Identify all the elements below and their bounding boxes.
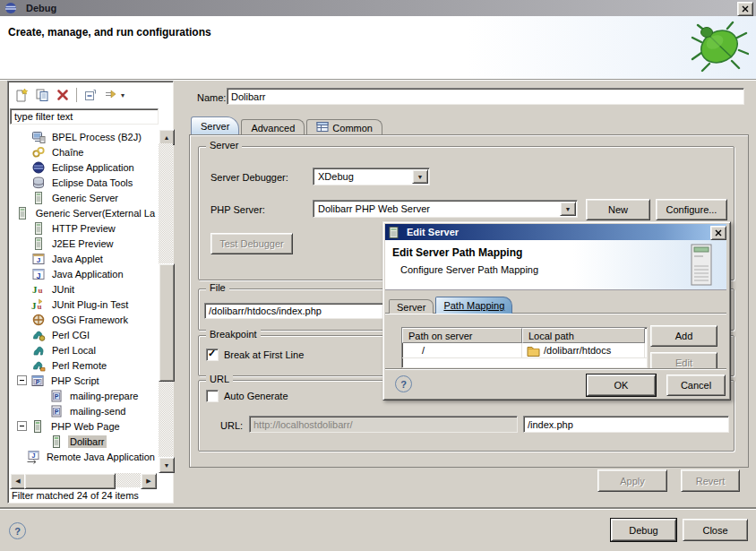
- collapse-expander-icon[interactable]: [17, 421, 27, 431]
- dropdown-arrow-icon[interactable]: ▾: [121, 91, 125, 99]
- tree-item-java-applet[interactable]: JJava Applet: [10, 251, 157, 266]
- tree-item-eclipse-application[interactable]: Eclipse Application: [10, 159, 157, 175]
- debug-button[interactable]: Debug: [611, 519, 676, 541]
- tree-item-label: Remote Java Application: [45, 451, 157, 463]
- java-icon: J: [31, 267, 46, 281]
- name-input[interactable]: [227, 88, 744, 105]
- tree-item-java-application[interactable]: JJava Application: [10, 266, 157, 281]
- checkbox-checked-icon[interactable]: [206, 349, 219, 361]
- tree-item-label: PHP Web Page: [49, 420, 122, 433]
- button-label: Debug: [629, 525, 657, 536]
- tree-item-eclipse-data-tools[interactable]: Eclipse Data Tools: [10, 175, 157, 190]
- tree-item-perl-local[interactable]: Perl Local: [10, 342, 157, 357]
- dialog-header: Edit Server Path Mapping Configure Serve…: [385, 240, 726, 290]
- button-label: New: [608, 204, 628, 215]
- breakpoint-group-legend: Breakpoint: [206, 329, 261, 340]
- tree-indent: [10, 365, 31, 366]
- add-mapping-button[interactable]: Add: [650, 325, 717, 347]
- close-button[interactable]: Close: [683, 519, 748, 541]
- eclipse-icon: [31, 160, 46, 175]
- eclipse-logo-icon: [4, 1, 18, 15]
- server-icon: [31, 237, 46, 251]
- column-header-path-on-server[interactable]: Path on server: [402, 328, 522, 343]
- combo-arrow-icon[interactable]: ▼: [560, 202, 576, 216]
- button-label: Apply: [620, 476, 645, 486]
- svg-text:J: J: [37, 256, 40, 264]
- tree-indent: [10, 380, 17, 381]
- collapse-expander-icon[interactable]: [17, 375, 27, 385]
- duplicate-configuration-button[interactable]: [33, 86, 51, 104]
- new-configuration-button[interactable]: [13, 86, 30, 104]
- tab-server[interactable]: Server: [191, 116, 239, 135]
- new-server-button[interactable]: New: [586, 199, 650, 220]
- arrow-right-icon: ▶: [146, 478, 150, 485]
- tree-item-perl-cgi[interactable]: Perl CGI: [10, 327, 157, 342]
- tree-item-php-web-page[interactable]: PHP Web Page: [10, 418, 157, 434]
- tree-vertical-scrollbar[interactable]: ▲ ▼: [159, 129, 173, 471]
- tree-item-mailing-prepare[interactable]: Pmailing-prepare: [10, 388, 157, 403]
- tree-item-cha-ne[interactable]: Chaîne: [10, 144, 157, 159]
- config-tree: BPEL Process (B2J)ChaîneEclipse Applicat…: [10, 129, 157, 471]
- tree-item-j2ee-preview[interactable]: J2EE Preview: [10, 236, 157, 251]
- tree-item-label: Eclipse Application: [50, 161, 136, 174]
- filter-input[interactable]: [10, 108, 159, 125]
- tree-item-dolibarr[interactable]: Dolibarr: [10, 434, 157, 449]
- dialog-close-button[interactable]: [710, 226, 726, 240]
- tab-advanced[interactable]: Advanced: [241, 119, 305, 135]
- window-close-button[interactable]: [737, 2, 753, 16]
- close-icon: [742, 4, 749, 14]
- local-path-cell: /dolibarr/htdocs: [522, 343, 645, 357]
- perl-icon: [31, 343, 46, 357]
- tree-item-generic-server-external-la[interactable]: Generic Server(External La: [10, 205, 157, 220]
- tree-item-perl-remote[interactable]: Perl Remote: [10, 357, 157, 373]
- tree-item-mailing-send[interactable]: Pmailing-send: [10, 403, 157, 418]
- php-server-select[interactable]: Dolibarr PHP Web Server ▼: [313, 200, 578, 218]
- tree-indent: [10, 304, 31, 305]
- tree-item-junit-plug-in-test[interactable]: JuJUnit Plug-in Test: [10, 297, 157, 312]
- tree-item-http-preview[interactable]: HTTP Preview: [10, 220, 157, 236]
- url-path-input[interactable]: [523, 416, 729, 433]
- server-debugger-select[interactable]: XDebug ▼: [313, 168, 430, 185]
- tree-item-osgi-framework[interactable]: OSGi Framework: [10, 312, 157, 327]
- path-mapping-row[interactable]: //dolibarr/htdocs: [402, 343, 647, 358]
- scroll-right-button[interactable]: ▶: [141, 473, 157, 489]
- tree-item-junit[interactable]: JuJUnit: [10, 281, 157, 297]
- combo-arrow-icon[interactable]: ▼: [412, 169, 428, 184]
- tree-item-label: Perl Local: [50, 344, 98, 357]
- help-button[interactable]: ?: [9, 522, 26, 539]
- tree-item-label: OSGi Framework: [50, 314, 130, 326]
- svg-text:J: J: [36, 271, 40, 280]
- url-input: [249, 416, 518, 433]
- perl-remote-icon: [31, 358, 46, 373]
- arrow-up-icon: ▲: [164, 134, 170, 141]
- filter-options-button[interactable]: [102, 86, 120, 104]
- tree-item-remote-java-application[interactable]: JRemote Java Application: [10, 449, 157, 464]
- page-title: Create, manage, and run configurations: [8, 26, 211, 39]
- tree-item-php-script[interactable]: PPHP Script: [10, 373, 157, 388]
- junit-icon: Ju: [31, 282, 46, 297]
- server-php-icon: [30, 419, 45, 434]
- scroll-thumb[interactable]: [159, 263, 175, 382]
- dialog-tab-path-mapping[interactable]: Path Mapping: [435, 297, 512, 314]
- configure-server-button[interactable]: Configure...: [656, 199, 727, 220]
- ok-button[interactable]: OK: [587, 375, 656, 396]
- tree-item-label: JUnit: [50, 283, 76, 296]
- tree-horizontal-scrollbar[interactable]: ◀ ▶: [10, 473, 157, 487]
- scroll-down-button[interactable]: ▼: [159, 457, 175, 473]
- tab-common[interactable]: Common: [306, 119, 382, 135]
- checkbox-unchecked-icon[interactable]: [206, 390, 219, 402]
- collapse-all-button[interactable]: [82, 86, 99, 104]
- tree-indent: [10, 334, 31, 335]
- delete-configuration-button[interactable]: [54, 86, 72, 104]
- dialog-tab-server[interactable]: Server: [389, 299, 434, 314]
- auto-generate-checkbox[interactable]: Auto Generate: [206, 390, 288, 402]
- scroll-thumb[interactable]: [24, 473, 116, 489]
- dialog-help-button[interactable]: ?: [395, 375, 412, 392]
- path-mapping-panel: Path on server Local path //dolibarr/htd…: [385, 313, 726, 369]
- tree-item-generic-server[interactable]: Generic Server: [10, 190, 157, 205]
- column-header-local-path[interactable]: Local path: [522, 328, 645, 343]
- tree-item-bpel-process-b2j[interactable]: BPEL Process (B2J): [10, 129, 157, 144]
- break-at-first-line-checkbox[interactable]: Break at First Line: [206, 349, 304, 361]
- cancel-button[interactable]: Cancel: [666, 375, 726, 396]
- tree-item-label: HTTP Preview: [50, 222, 117, 235]
